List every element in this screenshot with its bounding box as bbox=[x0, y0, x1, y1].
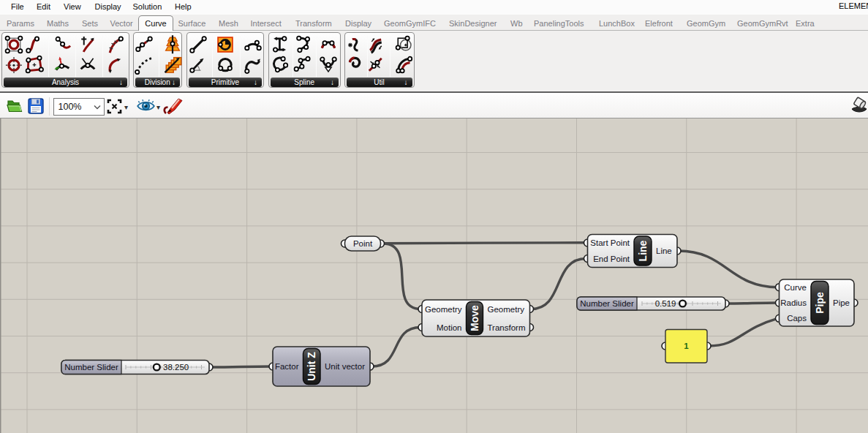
svg-text:Number Slider: Number Slider bbox=[64, 363, 118, 372]
svg-text:Transform: Transform bbox=[488, 323, 526, 332]
svg-text:Radius: Radius bbox=[780, 298, 807, 307]
svg-text:Pipe: Pipe bbox=[814, 292, 826, 314]
svg-text:Line: Line bbox=[637, 240, 649, 261]
svg-text:Line: Line bbox=[656, 246, 672, 255]
svg-text:Number Slider: Number Slider bbox=[580, 299, 634, 308]
svg-text:Point: Point bbox=[353, 239, 373, 248]
svg-text:Caps: Caps bbox=[787, 314, 807, 323]
svg-text:Geometry: Geometry bbox=[488, 305, 525, 314]
svg-text:38.250: 38.250 bbox=[163, 363, 189, 372]
svg-text:Unit Z: Unit Z bbox=[306, 352, 317, 381]
svg-text:Start Point: Start Point bbox=[590, 238, 630, 247]
svg-text:Curve: Curve bbox=[784, 283, 807, 292]
svg-text:Pipe: Pipe bbox=[833, 298, 850, 307]
svg-text:End Point: End Point bbox=[593, 255, 630, 263]
svg-text:Geometry: Geometry bbox=[425, 305, 462, 314]
svg-text:1: 1 bbox=[684, 342, 689, 350]
svg-text:Factor: Factor bbox=[275, 362, 299, 371]
svg-text:0.519: 0.519 bbox=[655, 299, 676, 308]
svg-text:Unit vector: Unit vector bbox=[325, 362, 365, 371]
svg-text:Motion: Motion bbox=[437, 323, 462, 332]
svg-text:Move: Move bbox=[469, 305, 480, 331]
